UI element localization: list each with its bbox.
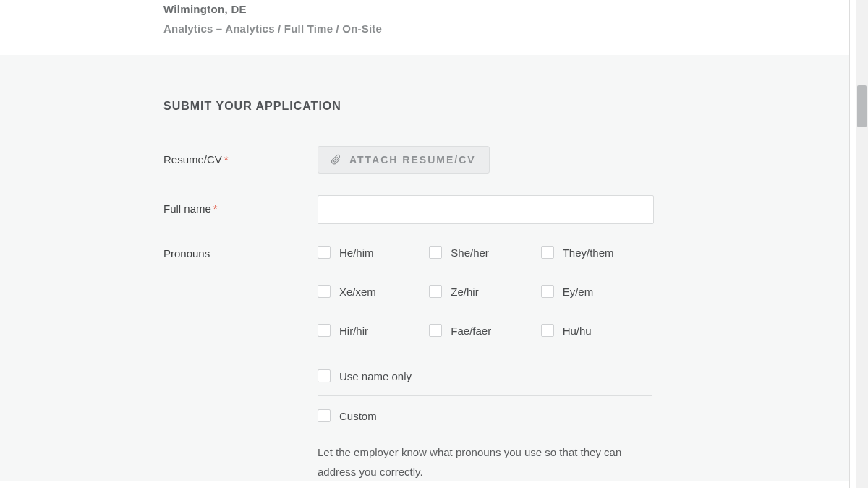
checkbox-label: Hir/hir: [339, 325, 368, 337]
pronouns-label: Pronouns: [163, 246, 318, 260]
checkbox-label: Xe/xem: [339, 286, 376, 298]
checkbox-label: Ze/hir: [451, 286, 478, 298]
checkbox-xe-xem[interactable]: [318, 285, 331, 298]
checkbox-he-him[interactable]: [318, 246, 331, 259]
checkbox-ey-em[interactable]: [541, 285, 554, 298]
checkbox-label: He/him: [339, 247, 374, 259]
scrollbar-track[interactable]: [856, 0, 868, 488]
section-title: SUBMIT YOUR APPLICATION: [163, 100, 849, 113]
checkbox-label: She/her: [451, 247, 489, 259]
pronouns-help-text: Let the employer know what pronouns you …: [318, 442, 629, 481]
checkbox-label: Custom: [339, 410, 377, 422]
checkbox-label: Hu/hu: [563, 325, 592, 337]
checkbox-hu-hu[interactable]: [541, 324, 554, 337]
checkbox-label: Use name only: [339, 370, 412, 382]
required-asterisk: *: [213, 202, 218, 215]
checkbox-label: Ey/em: [563, 286, 594, 298]
checkbox-they-them[interactable]: [541, 246, 554, 259]
checkbox-she-her[interactable]: [429, 246, 442, 259]
checkbox-label: Fae/faer: [451, 325, 491, 337]
checkbox-use-name-only[interactable]: [318, 369, 331, 382]
attach-resume-label: ATTACH RESUME/CV: [349, 154, 476, 166]
fullname-input[interactable]: [318, 195, 654, 224]
required-asterisk: *: [224, 153, 229, 166]
job-meta: Analytics – Analytics / Full Time / On-S…: [163, 22, 849, 35]
checkbox-hir-hir[interactable]: [318, 324, 331, 337]
paperclip-icon: [331, 154, 341, 166]
fullname-label: Full name*: [163, 195, 318, 215]
attach-resume-button[interactable]: ATTACH RESUME/CV: [318, 146, 490, 174]
resume-label: Resume/CV*: [163, 146, 318, 166]
checkbox-fae-faer[interactable]: [429, 324, 442, 337]
checkbox-ze-hir[interactable]: [429, 285, 442, 298]
checkbox-label: They/them: [563, 247, 614, 259]
scrollbar-thumb[interactable]: [857, 85, 867, 127]
job-location: Wilmington, DE: [163, 0, 849, 15]
checkbox-custom[interactable]: [318, 409, 331, 422]
